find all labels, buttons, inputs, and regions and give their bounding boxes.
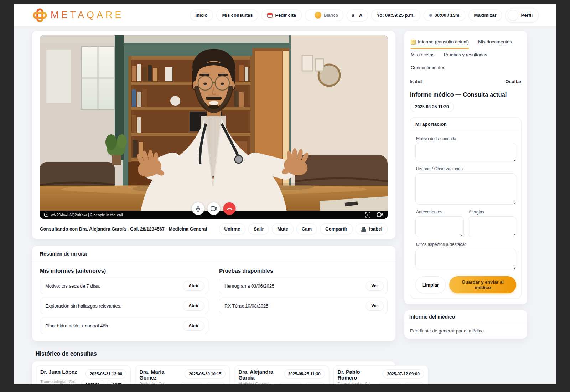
font-bigger-button[interactable]: A — [359, 12, 362, 18]
test-row: RX Tórax 10/08/2025 Ver — [219, 298, 388, 314]
open-button[interactable]: Abrir — [206, 382, 226, 384]
alergias-field[interactable] — [468, 216, 517, 237]
tests-title: Pruebas disponibles — [219, 268, 388, 274]
nav-pedir-cita[interactable]: Pedir cita — [261, 9, 302, 21]
brand: METAQARE — [33, 8, 124, 22]
detail-button[interactable]: Detalle — [378, 382, 402, 384]
video-feed: vd-29-bv-L6Q2uKa-v | 2 people in the cal… — [40, 35, 388, 219]
theme-toggle[interactable]: Blanco — [305, 9, 343, 21]
mute-toggle-button[interactable]: Mute — [272, 223, 293, 234]
report-row: Plan: hidratación + control 48h. Abrir — [40, 318, 208, 334]
tab-mis-documentos[interactable]: Mis documentos — [478, 37, 512, 49]
doctor-specialty: Medicina General · Col. 28/1234567 — [238, 381, 277, 384]
fullscreen-icon[interactable] — [365, 212, 370, 218]
appointment-date-badge: 2025-08-30 10:15 — [185, 369, 226, 378]
test-row: Hemograma 03/06/2025 Ver — [219, 278, 388, 294]
patient-contribution-form: Mi aportación Motivo de la consulta Hist… — [410, 117, 522, 299]
video-scene — [40, 35, 388, 219]
room-grid-icon — [44, 213, 48, 217]
appointment-date-badge: 2025-07-12 09:00 — [383, 369, 424, 378]
hangup-button[interactable] — [223, 202, 236, 215]
font-smaller-button[interactable]: a — [352, 13, 354, 18]
report-row: Motivo: tos seca de 7 días. Abrir — [40, 278, 208, 294]
save-send-button[interactable]: Guardar y enviar al médico — [449, 276, 516, 293]
leave-button[interactable]: Salir — [248, 223, 269, 234]
antecedentes-field[interactable] — [415, 216, 464, 237]
join-button[interactable]: Unirme — [219, 223, 246, 234]
reports-title: Mis informes (anteriores) — [40, 268, 208, 274]
appointment-date-badge: 2025-08-31 12:00 — [86, 369, 126, 378]
doctor-report-status: Pendiente de generar por el médico. — [404, 324, 527, 339]
tab-mis-recetas[interactable]: Mis recetas — [411, 50, 434, 62]
report-title: Informe médico — Consulta actual — [410, 91, 522, 98]
view-test-button[interactable]: Ver — [366, 281, 384, 291]
clock-display: Yo: 09:59:25 p.m. — [371, 9, 420, 21]
nav-mis-consultas[interactable]: Mis consultas — [216, 9, 258, 21]
doctor-specialty: Pediatría · Col. 28/1122334 — [139, 381, 178, 384]
open-button[interactable]: Abrir — [305, 382, 325, 384]
doctor-report-panel: Informe del médico Pendiente de generar … — [404, 310, 527, 339]
content-area: vd-29-bv-L6Q2uKa-v | 2 people in the cal… — [14, 26, 556, 384]
history-title: Histórico de consultas — [36, 351, 395, 357]
theme-knob-icon — [315, 12, 321, 19]
tab-informe-consulta-actual[interactable]: Informe (consulta actual) — [411, 37, 469, 49]
open-button[interactable]: Abrir — [404, 382, 424, 384]
history-card: Dr. Pablo Romero 2025-07-12 09:00 Dermat… — [333, 365, 428, 384]
timer-dot-icon — [429, 14, 432, 17]
cam-toggle-button[interactable]: Cam — [296, 223, 317, 234]
video-card: vd-29-bv-L6Q2uKa-v | 2 people in the cal… — [32, 31, 395, 239]
participant-isabel-button[interactable]: Isabel — [356, 223, 388, 234]
alergias-label: Alergias — [469, 210, 516, 215]
mic-button[interactable] — [192, 202, 204, 215]
doctor-name: Dra. María Gómez — [139, 369, 181, 381]
open-button[interactable]: Abrir — [107, 380, 126, 384]
previous-reports-column: Mis informes (anteriores) Motivo: tos se… — [40, 265, 208, 334]
camera-button[interactable] — [208, 202, 220, 215]
header-nav: Inicio Mis consultas Pedir cita Blanco a… — [190, 8, 539, 23]
doctor-specialty: Traumatología · Col. 28/9988776 — [40, 379, 79, 384]
detail-button[interactable]: Detalle — [279, 382, 302, 384]
tab-consentimientos[interactable]: Consentimientos — [411, 62, 445, 74]
call-action-buttons: Unirme Salir Mute Cam Compartir Isabel — [219, 223, 388, 234]
calendar-icon — [267, 13, 273, 18]
share-button[interactable]: Compartir — [320, 223, 353, 234]
history-card: Dra. María Gómez 2025-08-30 10:15 Pediat… — [135, 365, 230, 384]
otros-field[interactable] — [415, 249, 516, 269]
hangup-icon — [226, 207, 233, 210]
view-test-button[interactable]: Ver — [366, 301, 384, 311]
historia-field[interactable] — [415, 173, 516, 205]
appointment-date-badge: 2025-08-25 11:30 — [284, 369, 325, 378]
historia-label: Historia / Observaciones — [416, 166, 515, 171]
report-panel: Informe (consulta actual) Mis documentos… — [404, 31, 527, 304]
font-size-controls: a A — [347, 9, 368, 21]
person-icon — [361, 227, 367, 232]
consult-caption-row: Consultando con Dra. Alejandra García - … — [40, 223, 388, 234]
doctor-name: Dr. Pablo Romero — [338, 369, 380, 381]
open-report-button[interactable]: Abrir — [183, 301, 204, 311]
available-tests-column: Pruebas disponibles Hemograma 03/06/2025… — [219, 265, 388, 334]
form-title: Mi aportación — [410, 118, 521, 131]
maximize-button[interactable]: Maximizar — [468, 9, 502, 21]
nav-inicio[interactable]: Inicio — [190, 9, 213, 21]
summary-title: Resumen de mi cita — [32, 246, 395, 261]
detail-button[interactable]: Detalle — [180, 382, 203, 384]
provider-logo-icon — [376, 212, 383, 217]
hide-panel-button[interactable]: Ocultar — [505, 79, 522, 84]
doctor-name: Dr. Juan López — [40, 369, 82, 378]
open-report-button[interactable]: Abrir — [183, 281, 204, 291]
mic-icon — [196, 206, 201, 212]
top-header: METAQARE Inicio Mis consultas Pedir cita… — [14, 4, 556, 26]
motivo-label: Motivo de la consulta — [416, 136, 515, 141]
sidebar-tabs: Informe (consulta actual) Mis documentos… — [410, 36, 522, 74]
antecedentes-label: Antecedentes — [416, 210, 463, 215]
call-room-text: vd-29-bv-L6Q2uKa-v | 2 people in the cal… — [51, 213, 123, 217]
history-card: Dra. Alejandra García 2025-08-25 11:30 M… — [234, 365, 329, 384]
profile-button[interactable]: Perfil — [505, 8, 539, 23]
tab-pruebas-resultados[interactable]: Pruebas y resultados — [444, 50, 487, 62]
open-report-button[interactable]: Abrir — [183, 321, 204, 331]
history-card-container: Dr. Juan López 2025-08-31 12:00 Traumato… — [32, 361, 395, 384]
main-column: vd-29-bv-L6Q2uKa-v | 2 people in the cal… — [32, 31, 395, 384]
motivo-field[interactable] — [415, 143, 516, 161]
detail-button[interactable]: Detalle — [81, 380, 104, 384]
clear-form-button[interactable]: Limpiar — [415, 276, 446, 293]
